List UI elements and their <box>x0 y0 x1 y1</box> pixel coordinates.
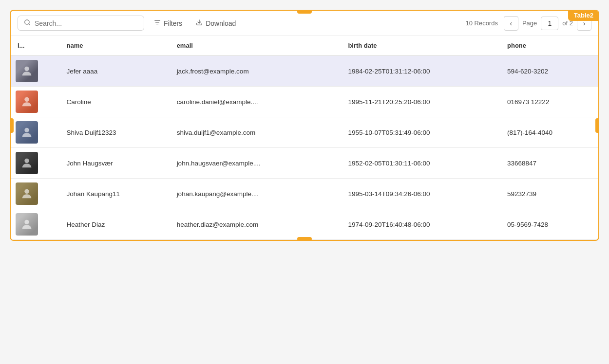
cell-name: John Haugsvær <box>60 148 170 179</box>
svg-point-8 <box>24 128 29 132</box>
download-icon <box>196 19 203 27</box>
cell-phone: 016973 12222 <box>500 87 598 117</box>
table-header-row: i... name email birth date phone <box>11 36 598 55</box>
svg-line-1 <box>29 24 30 25</box>
table-row[interactable]: Shiva Duijf12323shiva.duijf1@example.com… <box>11 117 598 148</box>
records-count: 10 Records <box>465 19 497 27</box>
cell-birth-date: 1984-02-25T01:31:12-06:00 <box>341 55 500 87</box>
cell-email: john.haugsvaer@example.... <box>170 148 342 179</box>
filters-button[interactable]: Filters <box>150 16 186 30</box>
table-container: Table2 <box>10 10 599 241</box>
search-box[interactable] <box>18 16 144 31</box>
avatar-cell <box>11 179 60 209</box>
avatar <box>16 182 38 205</box>
avatar-cell <box>11 87 60 117</box>
avatar <box>16 152 38 174</box>
cell-phone: (817)-164-4040 <box>500 117 598 148</box>
download-label: Download <box>206 19 236 27</box>
cell-phone: 594-620-3202 <box>500 55 598 87</box>
table-row[interactable]: Jefer aaaajack.frost@example.com1984-02-… <box>11 55 598 87</box>
cell-phone: 33668847 <box>500 148 598 179</box>
svg-point-11 <box>24 220 29 224</box>
cell-phone: 05-9569-7428 <box>500 209 598 240</box>
table-row[interactable]: Heather Diazheather.diaz@example.com1974… <box>11 209 598 240</box>
svg-point-9 <box>24 159 29 163</box>
cell-birth-date: 1974-09-20T16:40:48-06:00 <box>341 209 500 240</box>
cell-name: Jefer aaaa <box>60 55 170 87</box>
cell-birth-date: 1995-03-14T09:34:26-06:00 <box>341 179 500 209</box>
cell-name: Shiva Duijf12323 <box>60 117 170 148</box>
data-table: i... name email birth date phone Jefer a… <box>11 36 598 240</box>
avatar-cell <box>11 55 60 87</box>
col-header-id: i... <box>11 36 60 55</box>
resize-handle-top[interactable] <box>297 10 312 14</box>
cell-phone: 59232739 <box>500 179 598 209</box>
avatar-cell <box>11 148 60 179</box>
resize-handle-bottom[interactable] <box>297 237 312 241</box>
cell-birth-date: 1952-02-05T01:30:11-06:00 <box>341 148 500 179</box>
page-number-input[interactable] <box>541 17 558 30</box>
table-row[interactable]: John Haugsværjohn.haugsvaer@example....1… <box>11 148 598 179</box>
table-row[interactable]: Carolinecaroline.daniel@example....1995-… <box>11 87 598 117</box>
col-header-email: email <box>170 36 342 55</box>
avatar-cell <box>11 209 60 240</box>
prev-page-button[interactable]: ‹ <box>504 16 518 31</box>
cell-email: heather.diaz@example.com <box>170 209 342 240</box>
cell-birth-date: 1995-11-21T20:25:20-06:00 <box>341 87 500 117</box>
cell-email: shiva.duijf1@example.com <box>170 117 342 148</box>
cell-email: johan.kaupang@example.... <box>170 179 342 209</box>
cell-name: Heather Diaz <box>60 209 170 240</box>
download-button[interactable]: Download <box>192 16 240 30</box>
toolbar: Filters Download 10 Records ‹ Page <box>11 11 598 36</box>
col-header-phone: phone <box>500 36 598 55</box>
col-header-birth: birth date <box>341 36 500 55</box>
avatar <box>16 213 38 236</box>
search-icon <box>24 19 31 27</box>
svg-point-6 <box>24 67 29 71</box>
filters-label: Filters <box>164 19 182 27</box>
cell-name: Caroline <box>60 87 170 117</box>
avatar <box>16 91 38 113</box>
resize-handle-left[interactable] <box>10 118 14 133</box>
col-header-name: name <box>60 36 170 55</box>
table-row[interactable]: Johan Kaupang11johan.kaupang@example....… <box>11 179 598 209</box>
cell-name: Johan Kaupang11 <box>60 179 170 209</box>
avatar <box>16 121 38 144</box>
resize-handle-right[interactable] <box>595 118 599 133</box>
svg-point-7 <box>24 97 29 102</box>
svg-point-10 <box>24 189 29 194</box>
search-input[interactable] <box>35 19 138 27</box>
cell-email: jack.frost@example.com <box>170 55 342 87</box>
page-label: Page <box>522 19 537 27</box>
cell-birth-date: 1955-10-07T05:31:49-06:00 <box>341 117 500 148</box>
avatar <box>16 60 38 82</box>
table-tab: Table2 <box>568 10 599 21</box>
cell-email: caroline.daniel@example.... <box>170 87 342 117</box>
avatar-cell <box>11 117 60 148</box>
filters-icon <box>154 19 161 27</box>
